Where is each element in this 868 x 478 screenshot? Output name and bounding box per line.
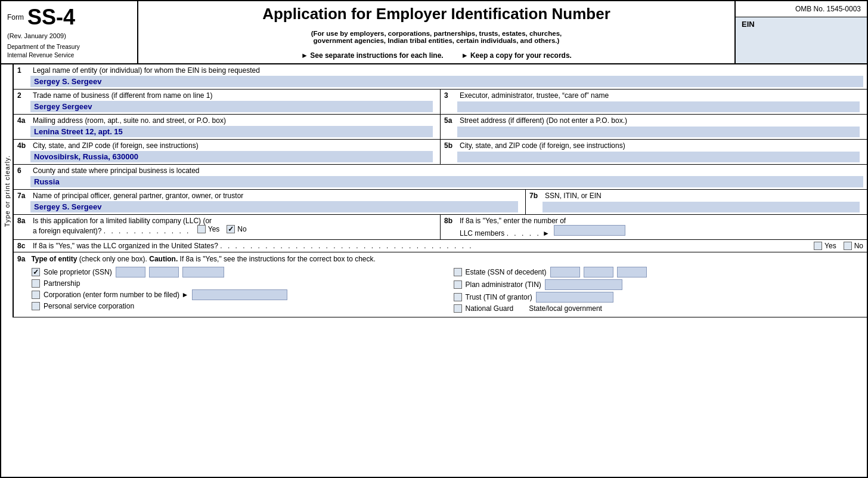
row-2-num: 2	[17, 91, 29, 100]
row-2-value[interactable]: Sergey Sergeev	[30, 101, 433, 112]
row-8ab: 8a Is this application for a limited lia…	[14, 215, 867, 240]
row-5a-label: Street address (if different) (Do not en…	[460, 116, 627, 125]
row-3-label: Executor, administrator, trustee, “care …	[460, 91, 609, 100]
entity-row-trust: Trust (TIN of grantor)	[454, 292, 864, 303]
omb-number: OMB No. 1545-0003	[736, 1, 867, 17]
checkbox-8a-no[interactable]: ✓	[227, 225, 235, 233]
checkbox-natguard[interactable]	[454, 304, 462, 313]
checkbox-plan[interactable]	[454, 280, 462, 289]
row-8a-label: Is this application for a limited liabil…	[33, 217, 436, 235]
label-natguard: National Guard	[466, 304, 514, 313]
col-3: 3 Executor, administrator, trustee, “car…	[441, 90, 867, 114]
row-7b-label: SSN, ITIN, or EIN	[545, 192, 602, 200]
row-9a-num: 9a	[17, 255, 25, 263]
col-4b: 4b City, state, and ZIP code (if foreign…	[14, 140, 441, 164]
row-7a-value[interactable]: Sergey S. Sergeev	[30, 201, 518, 212]
header-center: Application for Employer Identification …	[138, 1, 736, 63]
label-8c-no: No	[854, 242, 863, 250]
row-4a-label: Mailing address (room, apt., suite no. a…	[33, 116, 226, 125]
row-7a-7b: 7a Name of principal officer, general pa…	[14, 190, 867, 215]
label-corp: Corporation (enter form number to be fil…	[44, 291, 188, 299]
row-3-value[interactable]	[457, 101, 860, 112]
form-container: Form SS-4 (Rev. January 2009) Department…	[0, 0, 868, 478]
row-4b-value[interactable]: Novosibirsk, Russia, 630000	[30, 151, 433, 162]
entity-row-estate: Estate (SSN of decedent)	[454, 267, 864, 277]
row-5b-num: 5b	[444, 141, 456, 150]
row-9a: 9a Type of entity (check only one box). …	[14, 252, 867, 317]
input-estate-3[interactable]	[617, 267, 647, 277]
row-4a-value[interactable]: Lenina Street 12, apt. 15	[30, 126, 433, 137]
rev-date: (Rev. January 2009)	[7, 32, 131, 39]
entity-grid: ✓ Sole proprietor (SSN) Partnership	[14, 266, 867, 317]
row-4b-5b: 4b City, state, and ZIP code (if foreign…	[14, 140, 867, 165]
input-ssn-1[interactable]	[116, 267, 145, 277]
label-trust: Trust (TIN of grantor)	[466, 293, 532, 301]
header-right: OMB No. 1545-0003 EIN	[736, 1, 867, 63]
col-5a: 5a Street address (if different) (Do not…	[441, 115, 867, 139]
row-5a-num: 5a	[444, 116, 456, 125]
label-state-local: State/local government	[529, 304, 602, 313]
row-5b-label: City, state, and ZIP code (if foreign, s…	[460, 141, 625, 150]
col-4a: 4a Mailing address (room, apt., suite no…	[14, 115, 441, 139]
checkbox-corp[interactable]	[32, 291, 40, 299]
row-9a-caution-text: If 8a is "Yes," see the instructions for…	[180, 255, 376, 263]
form-rows: 1 Legal name of entity (or individual) f…	[13, 64, 867, 317]
row-5a-value[interactable]	[457, 127, 860, 137]
label-estate: Estate (SSN of decedent)	[466, 268, 547, 276]
checkbox-8c-yes[interactable]	[814, 242, 822, 250]
input-plan[interactable]	[545, 279, 622, 290]
entity-row-psc: Personal service corporation	[32, 302, 442, 310]
entity-row-sole: ✓ Sole proprietor (SSN)	[32, 267, 442, 277]
row-2-3: 2 Trade name of business (if different f…	[14, 90, 867, 115]
row-6: 6 County and state where principal busin…	[14, 165, 867, 190]
checkbox-estate[interactable]	[454, 268, 462, 276]
label-partnership: Partnership	[44, 279, 80, 288]
checkbox-trust[interactable]	[454, 293, 462, 301]
row-6-label: County and state where principal busines…	[33, 166, 863, 175]
checkbox-8c-no[interactable]	[844, 242, 852, 250]
row-7a-num: 7a	[17, 192, 29, 200]
input-corp-form[interactable]	[192, 289, 287, 300]
checkbox-sole[interactable]: ✓	[32, 268, 40, 276]
entity-col-right: Estate (SSN of decedent) Plan administra…	[448, 267, 864, 314]
input-ssn-3[interactable]	[182, 267, 224, 277]
row-4b-label: City, state, and ZIP code (if foreign, s…	[33, 141, 199, 150]
row-8a-num: 8a	[17, 217, 29, 225]
row-7b-num: 7b	[529, 192, 541, 200]
row-8b-input[interactable]	[554, 225, 625, 236]
row-4b-num: 4b	[17, 141, 29, 150]
main-title: Application for Employer Identification …	[150, 5, 723, 23]
dept-label: Department of the Treasury Internal Reve…	[7, 43, 131, 60]
label-sole: Sole proprietor (SSN)	[44, 268, 112, 276]
col-7b: 7b SSN, ITIN, or EIN	[526, 190, 867, 214]
cell-8b: 8b If 8a is "Yes," enter the number ofLL…	[441, 215, 867, 239]
cell-8a: 8a Is this application for a limited lia…	[14, 215, 441, 239]
row-8c-num: 8c	[17, 242, 29, 250]
input-estate-2[interactable]	[584, 267, 613, 277]
row-5b-value[interactable]	[457, 152, 860, 162]
subtitle: (For use by employers, corporations, par…	[150, 30, 723, 44]
row-7b-value[interactable]	[542, 202, 860, 212]
row-7a-label: Name of principal officer, general partn…	[33, 192, 243, 200]
side-label: Type or print clearly.	[1, 64, 13, 317]
entity-col-left: ✓ Sole proprietor (SSN) Partnership	[32, 267, 448, 314]
checkbox-partnership[interactable]	[32, 279, 40, 288]
row-8b-num: 8b	[444, 217, 456, 225]
input-trust[interactable]	[536, 292, 613, 303]
entity-row-partnership: Partnership	[32, 279, 442, 288]
row-1-label: Legal name of entity (or individual) for…	[33, 66, 863, 75]
input-ssn-2[interactable]	[149, 267, 179, 277]
checkbox-8a-yes[interactable]	[197, 225, 206, 233]
entity-row-plan: Plan administrator (TIN)	[454, 279, 864, 290]
input-estate-1[interactable]	[550, 267, 580, 277]
checkbox-psc[interactable]	[32, 302, 40, 310]
label-8c-yes: Yes	[824, 242, 836, 250]
row-9a-caution: Caution.	[149, 255, 178, 263]
row-8c-text: If 8a is "Yes," was the LLC organized in…	[33, 242, 810, 250]
form-body: Type or print clearly. 1 Legal name of e…	[1, 64, 867, 317]
form-header: Form SS-4 (Rev. January 2009) Department…	[1, 1, 867, 64]
row-1-value[interactable]: Sergey S. Sergeev	[30, 76, 863, 87]
col-2: 2 Trade name of business (if different f…	[14, 90, 441, 114]
row-2-label: Trade name of business (if different fro…	[33, 91, 212, 100]
row-6-value[interactable]: Russia	[30, 176, 863, 187]
